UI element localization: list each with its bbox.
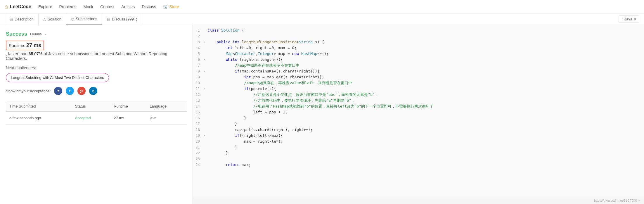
share-line: Show off your acceptance: f t g+ in (6, 87, 187, 95)
fold-arrow[interactable]: ▾ (203, 133, 207, 139)
line-number: 5 (193, 51, 203, 57)
nav-explore[interactable]: Explore (38, 4, 52, 9)
line-content: int pos = map.get(s.charAt(right)); (207, 74, 644, 80)
col-time-submitted: Time Submitted (6, 101, 72, 112)
details-link[interactable]: Details (30, 32, 42, 36)
line-content: max = right-left; (207, 139, 644, 144)
details-chevron: › (45, 32, 46, 36)
line-number: 18 (193, 127, 203, 133)
challenge-button[interactable]: Longest Substring with At Most Two Disti… (6, 73, 109, 82)
line-content: } (207, 115, 644, 121)
code-editor[interactable]: 1class Solution {23▾ public int lengthOf… (193, 25, 644, 197)
runtime-value: 27 ms (26, 42, 41, 48)
table-row: a few seconds ago Accepted 27 ms java (6, 112, 187, 125)
linkedin-share-button[interactable]: in (89, 87, 97, 95)
line-content: //map中如果不存在就表示不在窗口中 (207, 63, 644, 68)
fold-arrow[interactable]: ▾ (203, 57, 207, 63)
line-content: if(map.containsKey(s.charAt(right))){ (207, 68, 644, 74)
store-label: Store (169, 4, 179, 9)
fold-arrow[interactable]: ▾ (203, 39, 207, 45)
code-panel: 1class Solution {23▾ public int lengthOf… (193, 25, 644, 204)
line-number: 20 (193, 139, 203, 144)
line-number: 14 (193, 103, 203, 109)
language-selector[interactable]: i Java ▾ (619, 15, 639, 23)
line-content: //map中如果存在，再检查value和left，来判断是否在窗口中 (207, 80, 644, 86)
submission-time: a few seconds ago (6, 112, 72, 125)
col-runtime: Runtime (110, 101, 146, 112)
runtime-box: Runtime: 27 ms (6, 41, 44, 50)
line-number: 10 (193, 80, 203, 86)
code-line: 7 //map中如果不存在就表示不在窗口中 (193, 63, 644, 68)
line-content: } (207, 121, 644, 127)
submissions-table: Time Submitted Status Runtime Language a… (6, 101, 187, 125)
line-number: 3 (193, 39, 203, 45)
code-line: 19▾ if((right-left)>max){ (193, 133, 644, 139)
twitter-share-button[interactable]: t (66, 87, 74, 95)
line-number: 4 (193, 45, 203, 51)
code-line: 4 int left =0, right =0, max = 0; (193, 45, 644, 51)
line-number: 19 (193, 133, 203, 139)
solution-icon: △ (43, 17, 46, 21)
facebook-share-button[interactable]: f (54, 87, 62, 95)
status-line: Success Details › (6, 31, 187, 37)
code-line: 10 //map中如果存在，再检查value和left，来判断是否在窗口中 (193, 80, 644, 86)
code-line: 13 //之前的代码中，要执行两次循环：先删除"a"再删除"b"， (193, 98, 644, 103)
line-content: //注意这又是个优化点，假设当前窗口中是"abc"，而检查的元素是"b"， (207, 92, 644, 98)
share-label: Show off your acceptance: (6, 89, 51, 93)
tab-description-label: Description (15, 17, 34, 21)
fold-arrow[interactable]: ▾ (203, 86, 207, 92)
code-line: 1class Solution { (193, 27, 644, 33)
code-line: 2 (193, 33, 644, 39)
logo-text: LeetCode (10, 4, 31, 9)
status-success: Success (6, 31, 27, 37)
line-content: } (207, 150, 644, 156)
code-line: 17 } (193, 121, 644, 127)
top-nav: ⌂ LeetCode Explore Problems Mock Contest… (0, 0, 644, 13)
runtime-label: Runtime: (9, 43, 25, 48)
submission-language: java (146, 112, 187, 125)
tab-discuss-label: Discuss (999+) (112, 17, 137, 21)
logo[interactable]: ⌂ LeetCode (5, 3, 31, 10)
code-line: 12 //注意这又是个优化点，假设当前窗口中是"abc"，而检查的元素是"b"， (193, 92, 644, 98)
line-content: if(pos>=left){ (207, 86, 644, 92)
col-status: Status (72, 101, 110, 112)
line-content: left = pos + 1; (207, 109, 644, 115)
chevron-down-icon: ▾ (634, 17, 636, 21)
google-plus-share-button[interactable]: g+ (77, 87, 86, 95)
nav-store[interactable]: 🛒 Store (163, 4, 179, 9)
logo-icon: ⌂ (5, 3, 8, 10)
runtime-box-wrapper: Runtime: 27 ms (6, 41, 187, 51)
line-content: int left =0, right =0, max = 0; (207, 45, 644, 51)
watermark: https://blog.csdn.net/91CTO博主 (594, 198, 640, 203)
nav-articles[interactable]: Articles (121, 4, 135, 9)
next-challenges-label: Next challenges: (6, 65, 187, 70)
tab-description[interactable]: ▤ Description (5, 13, 39, 25)
tab-solution[interactable]: △ Solution (39, 13, 66, 25)
line-number: 7 (193, 63, 203, 68)
submission-status[interactable]: Accepted (72, 112, 110, 125)
line-number: 6 (193, 57, 203, 63)
nav-problems[interactable]: Problems (59, 4, 76, 9)
line-content: //之前的代码中，要执行两次循环：先删除"a"再删除"b"， (207, 98, 644, 103)
submissions-icon: ◷ (71, 17, 74, 21)
fold-arrow[interactable]: ▾ (203, 68, 207, 74)
code-line: 9 int pos = map.get(s.charAt(right)); (193, 74, 644, 80)
line-content: map.put(s.charAt(right), right++); (207, 127, 644, 133)
code-line: 11▾ if(pos>=left){ (193, 86, 644, 92)
code-line: 8▾ if(map.containsKey(s.charAt(right))){ (193, 68, 644, 74)
tab-submissions-label: Submissions (76, 17, 97, 21)
line-number: 21 (193, 144, 203, 150)
code-line: 23 (193, 156, 644, 162)
runtime-context: , faster than 65.07% of Java online subm… (6, 51, 187, 61)
line-content: while (right<s.length()){ (207, 57, 644, 63)
submission-runtime: 27 ms (110, 112, 146, 125)
nav-discuss[interactable]: Discuss (142, 4, 156, 9)
tab-discuss[interactable]: ▤ Discuss (999+) (102, 13, 142, 25)
line-number: 8 (193, 68, 203, 74)
code-line: 18 map.put(s.charAt(right), right++); (193, 127, 644, 133)
nav-contest[interactable]: Contest (100, 4, 114, 9)
tab-submissions[interactable]: ◷ Submissions (66, 13, 102, 25)
main-layout: Success Details › Runtime: 27 ms , faste… (0, 25, 644, 204)
code-line: 24 return max; (193, 162, 644, 168)
nav-mock[interactable]: Mock (84, 4, 93, 9)
